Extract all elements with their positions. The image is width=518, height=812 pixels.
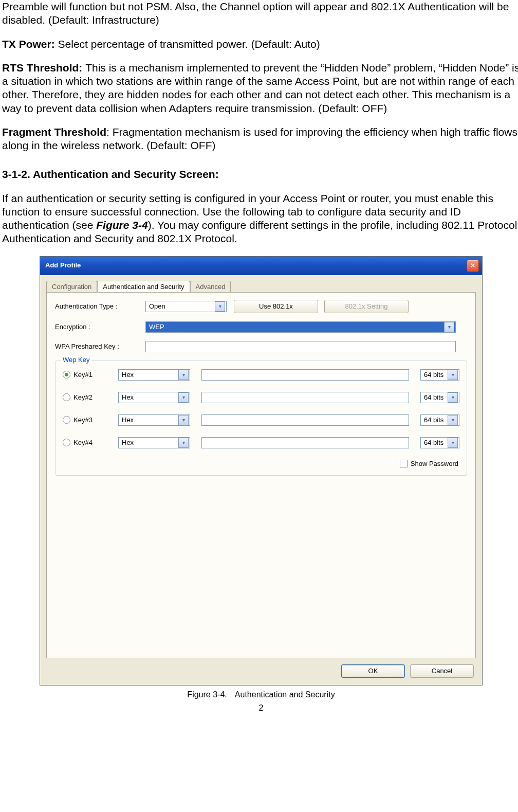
figure-caption: Figure 3-4. Authentication and Security [2,690,518,700]
select-key2-bits-value: 64 bits [424,393,443,402]
titlebar[interactable]: Add Profile × [40,257,482,275]
radio-key1[interactable]: Key#1 [63,371,107,379]
chevron-down-icon: ▾ [178,415,189,425]
radio-key4[interactable]: Key#4 [63,439,107,447]
tab-configuration[interactable]: Configuration [46,281,97,293]
tab-advanced[interactable]: Advanced [190,281,231,293]
chevron-down-icon: ▾ [448,438,458,448]
label-txpower: TX Power: [2,38,58,50]
radio-dot-icon [63,371,70,378]
label-encryption: Encryption : [55,323,145,331]
tab-authentication-security[interactable]: Authentication and Security [97,281,190,293]
select-key3-format[interactable]: Hex ▾ [118,414,190,426]
label-frag: Fragment Threshold [2,126,106,138]
select-key4-format-value: Hex [122,439,134,447]
radio-key4-label: Key#4 [73,439,92,447]
label-wpapsk: WPA Preshared Key : [55,342,145,351]
use-8021x-button[interactable]: Use 802.1x [234,300,318,313]
select-key4-bits[interactable]: 64 bits ▾ [420,437,459,448]
select-key2-format[interactable]: Hex ▾ [118,392,190,403]
select-encryption-value: WEP [149,323,164,331]
select-encryption[interactable]: WEP ▾ [145,321,456,333]
select-key1-bits-value: 64 bits [424,371,443,379]
window-title: Add Profile [45,261,81,269]
para-rts: RTS Threshold: This is a mechanism imple… [2,61,518,115]
close-icon[interactable]: × [467,260,479,272]
intro-figref: Figure 3-4 [96,219,147,231]
tabstrip: Configuration Authentication and Securit… [40,275,482,292]
select-key1-bits[interactable]: 64 bits ▾ [420,369,459,381]
select-key3-bits-value: 64 bits [424,416,443,424]
radio-dot-icon [63,393,70,401]
wepkey-row-4: Key#4 Hex ▾ 64 bits ▾ [63,437,459,448]
chevron-down-icon: ▾ [178,370,189,380]
fieldset-wepkey: Wep Key Key#1 Hex ▾ 64 bits ▾ [55,360,467,476]
row-wpapsk: WPA Preshared Key : [55,341,467,352]
row-authtype: Authentication Type : Open ▾ Use 802.1x … [55,300,467,313]
radio-dot-icon [63,439,70,446]
radio-key2[interactable]: Key#2 [63,393,107,402]
checkbox-icon [400,460,408,467]
tab-panel: Authentication Type : Open ▾ Use 802.1x … [46,292,476,658]
input-key4[interactable] [201,437,409,448]
input-wpapsk[interactable] [145,341,456,352]
radio-key3-label: Key#3 [73,416,92,424]
select-authtype-value: Open [149,302,165,311]
chevron-down-icon: ▾ [448,415,458,425]
dialog-add-profile: Add Profile × Configuration Authenticati… [40,256,483,685]
para-preamble: Preamble will function but not PSM. Also… [2,0,518,27]
page-number: 2 [2,703,518,713]
label-authtype: Authentication Type : [55,302,145,311]
chevron-down-icon: ▾ [178,438,189,448]
label-rts: RTS Threshold: [2,62,85,74]
radio-key2-label: Key#2 [73,393,92,402]
figure-screenshot: Add Profile × Configuration Authenticati… [40,256,483,685]
text-txpower: Select percentage of transmitted power. … [58,38,320,50]
chevron-down-icon: ▾ [215,301,225,312]
select-key4-format[interactable]: Hex ▾ [118,437,190,448]
wepkey-row-1: Key#1 Hex ▾ 64 bits ▾ [63,369,459,381]
chevron-down-icon: ▾ [178,392,189,403]
checkbox-show-password-label: Show Password [411,460,458,468]
para-txpower: TX Power: Select percentage of transmitt… [2,38,518,51]
input-key1[interactable] [201,369,409,381]
chevron-down-icon: ▾ [444,322,454,332]
input-key2[interactable] [201,392,409,403]
para-frag: Fragment Threshold: Fragmentation mechan… [2,125,518,153]
8021x-setting-button: 802.1x Setting [324,300,409,313]
select-key2-format-value: Hex [122,393,134,402]
select-key3-format-value: Hex [122,416,134,424]
ok-button[interactable]: OK [341,664,405,678]
wepkey-row-2: Key#2 Hex ▾ 64 bits ▾ [63,392,459,403]
radio-key1-label: Key#1 [73,371,92,379]
legend-wepkey: Wep Key [61,356,92,364]
cancel-button[interactable]: Cancel [410,664,474,678]
input-key3[interactable] [201,414,409,426]
chevron-down-icon: ▾ [448,392,458,403]
select-key4-bits-value: 64 bits [424,439,443,447]
radio-dot-icon [63,416,70,424]
chevron-down-icon: ▾ [448,370,458,380]
row-encryption: Encryption : WEP ▾ [55,321,467,333]
checkbox-show-password[interactable]: Show Password [63,460,459,468]
para-intro: If an authentication or security setting… [2,192,518,246]
select-authtype[interactable]: Open ▾ [145,301,227,312]
select-key1-format-value: Hex [122,371,134,379]
wepkey-row-3: Key#3 Hex ▾ 64 bits ▾ [63,414,459,426]
select-key3-bits[interactable]: 64 bits ▾ [420,414,459,426]
section-heading: 3-1-2. Authentication and Security Scree… [2,168,518,181]
dialog-buttons: OK Cancel [40,664,482,685]
select-key2-bits[interactable]: 64 bits ▾ [420,392,459,403]
radio-key3[interactable]: Key#3 [63,416,107,424]
select-key1-format[interactable]: Hex ▾ [118,369,190,381]
